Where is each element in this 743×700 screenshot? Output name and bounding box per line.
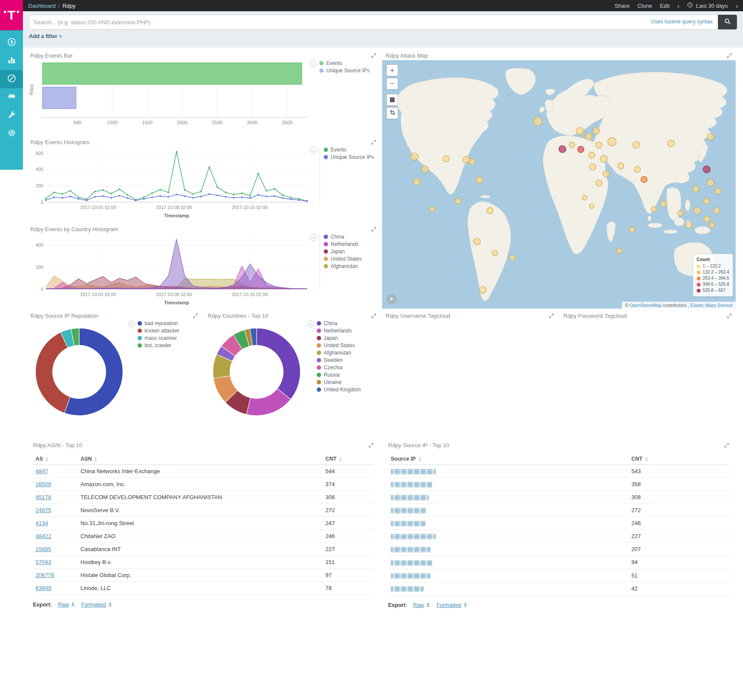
map-marker[interactable] [709,222,715,228]
expand-icon[interactable] [549,313,554,319]
map-marker[interactable] [651,206,657,212]
column-header-as[interactable]: AS [33,453,78,465]
as-number-link[interactable]: 206776 [35,572,54,578]
map-marker[interactable] [704,198,710,205]
sidebar-item-discover[interactable] [0,34,23,52]
map-marker[interactable] [576,127,584,135]
map-marker[interactable] [707,133,714,140]
expand-icon[interactable] [724,442,730,448]
map-marker[interactable] [618,163,624,169]
map-marker[interactable] [678,210,683,216]
donut-slice[interactable] [35,332,70,413]
map-marker[interactable] [578,146,584,153]
export-raw-link[interactable]: Raw [58,602,75,608]
map-marker[interactable] [569,142,575,148]
legend-toggle-icon[interactable]: › [310,234,317,241]
expand-icon[interactable] [371,313,376,319]
time-range-label[interactable]: Last 30 days [696,3,728,9]
reputation-donut-chart[interactable] [31,324,127,420]
export-formatted-link[interactable]: Formatted [81,602,113,608]
as-number-link[interactable]: 57043 [35,559,51,565]
expand-icon[interactable] [371,139,376,145]
legend-item[interactable]: China [324,234,362,240]
map-marker[interactable] [641,176,647,183]
legend-item[interactable]: Netherlands [317,328,360,334]
as-number-link[interactable]: 63949 [35,585,51,591]
expand-icon[interactable] [727,313,732,319]
map-marker[interactable] [469,158,476,165]
elastic-maps-link[interactable]: Elastic Maps Service [691,303,733,308]
map-marker[interactable] [715,188,721,194]
breadcrumb-dashboard-link[interactable]: Dashboard [28,3,56,9]
legend-toggle-icon[interactable]: › [310,147,317,154]
export-raw-link[interactable]: Raw [413,602,431,608]
export-formatted-link[interactable]: Formatted [437,602,468,608]
legend-item[interactable]: Events [324,147,374,153]
time-forward-button[interactable]: › [736,3,738,9]
map-marker[interactable] [487,207,493,214]
as-number-link[interactable]: 48422 [35,533,51,539]
legend-item[interactable]: known attacker [138,328,180,334]
as-number-link[interactable]: 16509 [35,481,51,487]
as-number-link[interactable]: 15685 [35,546,51,552]
map-marker[interactable] [595,142,602,148]
add-filter-link[interactable]: Add a filter [29,33,57,39]
map-marker[interactable] [707,179,714,186]
map-marker[interactable] [634,166,641,173]
column-header-cnt[interactable]: CNT [323,453,374,465]
map-marker[interactable] [617,248,622,254]
legend-toggle-icon[interactable]: › [310,60,317,67]
legend-item[interactable]: Japan [317,335,360,341]
legend-toggle-icon[interactable]: › [307,320,314,327]
map-marker[interactable] [667,140,674,147]
map-marker[interactable] [413,178,420,185]
map-marker[interactable] [585,133,592,140]
map-marker[interactable] [479,286,486,293]
map-marker[interactable] [592,127,599,134]
map-marker[interactable] [590,164,596,170]
time-picker[interactable]: Last 30 days [687,2,728,9]
map-marker[interactable] [692,186,699,192]
legend-item[interactable]: Netherlands [324,241,362,247]
sidebar-item-management[interactable] [0,125,23,143]
zoom-in-button[interactable]: + [386,65,398,76]
share-button[interactable]: Share [614,3,630,9]
map-marker[interactable] [421,166,428,173]
fit-bounds-button[interactable] [386,94,398,106]
map-marker[interactable] [629,227,635,232]
map-marker[interactable] [714,207,720,214]
as-number-link[interactable]: 24875 [35,507,51,513]
expand-icon[interactable] [371,226,376,232]
map-marker[interactable] [476,176,483,183]
add-filter-plus-icon[interactable]: + [59,33,62,39]
legend-item[interactable]: United States [317,342,360,348]
column-header-cnt[interactable]: CNT [629,453,730,465]
zoom-out-button[interactable]: − [386,78,398,90]
map-reset-button[interactable] [386,294,397,304]
legend-item[interactable]: China [317,320,360,326]
map-marker[interactable] [589,152,595,159]
legend-item[interactable]: bad reputation [138,320,180,326]
expand-icon[interactable] [368,442,374,448]
clone-button[interactable]: Clone [637,3,652,9]
openstreetmap-link[interactable]: OpenStreetMap [630,303,662,308]
countries-donut-chart[interactable] [209,324,305,420]
legend-item[interactable]: Events [319,60,370,66]
map-marker[interactable] [595,180,602,186]
legend-item[interactable]: United States [324,256,362,262]
map-marker[interactable] [443,156,450,162]
legend-item[interactable]: Unique Source IPs [324,154,374,160]
sidebar-item-dashboard[interactable] [0,70,23,88]
map-marker[interactable] [455,198,461,205]
legend-item[interactable]: mass scanner [138,335,180,341]
legend-item[interactable]: Afghanistan [317,350,360,356]
legend-item[interactable]: Sweden [317,357,360,363]
map-marker[interactable] [633,142,640,148]
legend-item[interactable]: Unique Source IPs [319,68,370,74]
legend-item[interactable]: Japan [324,248,362,255]
as-number-link[interactable]: 45178 [35,494,51,500]
map-marker[interactable] [660,200,667,207]
column-header-source-ip[interactable]: Source IP [388,453,629,465]
map-marker[interactable] [703,166,710,173]
map-marker[interactable] [589,203,594,208]
